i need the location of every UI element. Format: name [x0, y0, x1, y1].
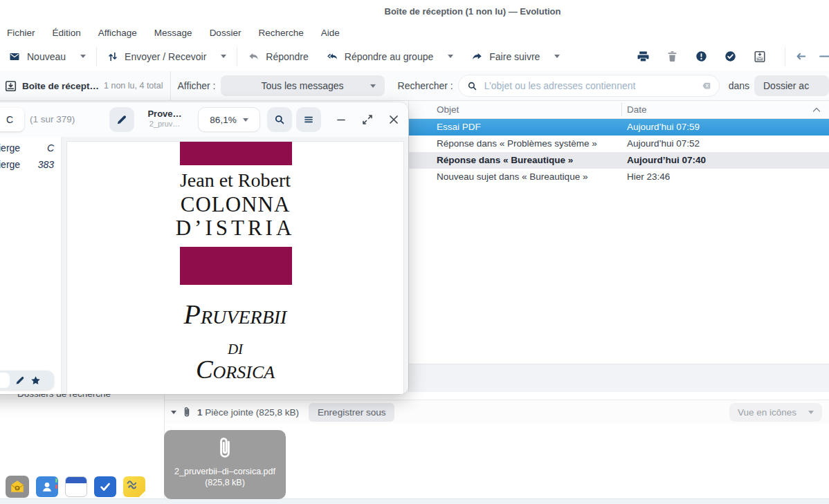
- status-strip: [0, 498, 829, 504]
- message-row[interactable]: Nouveau sujet dans « Bureautique » Hier …: [409, 169, 829, 185]
- search-icon: [467, 81, 477, 91]
- current-folder-name[interactable]: Boîte de récept…: [22, 81, 99, 91]
- search-scope-dropdown[interactable]: Dossier ac: [754, 75, 829, 96]
- junk-icon[interactable]: [695, 50, 707, 62]
- message-filter-dropdown[interactable]: Tous les messages: [221, 75, 385, 96]
- paperclip-icon: [183, 407, 191, 418]
- hamburger-icon: [303, 114, 314, 125]
- message-date: Aujourd’hui 07:40: [621, 152, 829, 169]
- reply-button[interactable]: Répondre: [248, 51, 309, 62]
- clear-search-icon[interactable]: [701, 81, 712, 91]
- send-receive-label: Envoyer / Recevoir: [125, 51, 206, 62]
- minimize-button[interactable]: [336, 114, 347, 125]
- menu-item-aide[interactable]: Aide: [321, 28, 340, 38]
- switcher-tasks-button[interactable]: [94, 476, 116, 497]
- page-number-entry[interactable]: C: [0, 108, 24, 131]
- document-title: Prove…: [136, 109, 194, 119]
- forward-caret-icon[interactable]: [554, 55, 560, 58]
- outline-row[interactable]: ierge C: [0, 140, 61, 156]
- save-as-button[interactable]: Enregistrer sous: [309, 403, 394, 422]
- switcher-memos-button[interactable]: [123, 476, 145, 497]
- reply-group-caret-icon[interactable]: [448, 55, 453, 58]
- attachment-tile[interactable]: 2_pruverbii–di–corsica.pdf (825,8 kB): [164, 430, 286, 499]
- window-title: Boîte de réception (1 non lu) — Evolutio…: [385, 6, 561, 17]
- reply-label: Répondre: [266, 51, 309, 62]
- document-filename: 2_pruv…: [136, 120, 194, 128]
- memo-fold: [139, 491, 145, 497]
- new-message-button[interactable]: Nouveau: [8, 51, 86, 62]
- reply-group-label: Répondre au groupe: [345, 51, 433, 62]
- message-date: Aujourd’hui 07:59: [621, 119, 829, 136]
- move-to-folder-icon[interactable]: [754, 50, 766, 63]
- column-header-date[interactable]: Date: [621, 101, 829, 118]
- reply-all-arrow-icon: [327, 51, 338, 62]
- maximize-button[interactable]: [362, 114, 373, 125]
- not-junk-icon[interactable]: [725, 50, 736, 62]
- arrows-up-down-icon: [107, 51, 118, 62]
- menu-item-edition[interactable]: Édition: [53, 28, 81, 38]
- message-row[interactable]: Réponse dans « Problèmes système » Aujou…: [409, 136, 829, 152]
- paperclip-icon: [216, 436, 234, 462]
- filter-caret-icon: [370, 84, 376, 88]
- outline-row[interactable]: ierge 383: [0, 156, 61, 173]
- annotations-pencil-icon[interactable]: [15, 375, 25, 385]
- switcher-contacts-button[interactable]: [36, 476, 58, 497]
- switcher-mail-button[interactable]: [6, 476, 29, 498]
- column-header-subject[interactable]: Objet: [409, 101, 621, 118]
- close-button[interactable]: [388, 114, 399, 125]
- switcher-calendar-button[interactable]: [65, 476, 87, 497]
- pdf-viewer-body: ierge C ierge 383: [0, 137, 408, 394]
- search-field[interactable]: [458, 75, 720, 97]
- attachment-label: Pièce jointe (825,8 kB): [205, 407, 299, 418]
- main-menu-button[interactable]: [296, 107, 321, 132]
- message-date: Hier 23:46: [621, 169, 829, 185]
- preview-pane-divider[interactable]: [409, 364, 829, 392]
- view-mode-label: Vue en icônes: [738, 407, 796, 418]
- message-row[interactable]: Essai PDF Aujourd’hui 07:59: [409, 119, 829, 136]
- attachment-file-name: 2_pruverbii–di–corsica.pdf: [164, 467, 286, 476]
- zoom-level-dropdown[interactable]: 86,1%: [198, 107, 260, 132]
- page-entry-value: C: [6, 114, 13, 125]
- toolbar-separator: [237, 47, 237, 66]
- search-input[interactable]: [483, 80, 701, 92]
- pdf-page: Jean et Robert COLONNA D’ISTRIA Pruverbi…: [67, 142, 403, 394]
- outline-page: C: [47, 140, 54, 156]
- menu-item-dossier[interactable]: Dossier: [210, 28, 242, 38]
- scope-label: dans: [729, 80, 749, 91]
- pdf-content-area[interactable]: Jean et Robert COLONNA D’ISTRIA Pruverbi…: [62, 137, 408, 394]
- forward-label: Faire suivre: [489, 51, 540, 62]
- reply-group-button[interactable]: Répondre au groupe: [327, 51, 453, 62]
- menu-item-recherche[interactable]: Recherche: [258, 28, 303, 38]
- page-count-label: (1 sur 379): [30, 102, 75, 137]
- attachment-summary: 1 Pièce jointe (825,8 kB): [197, 407, 299, 418]
- bookmarks-star-icon[interactable]: [30, 375, 41, 386]
- send-receive-button[interactable]: Envoyer / Recevoir: [107, 51, 226, 62]
- reply-arrow-icon: [248, 51, 259, 62]
- previous-message-icon[interactable]: [795, 50, 807, 62]
- message-row[interactable]: Réponse dans « Bureautique » Aujourd’hui…: [409, 152, 829, 169]
- print-icon[interactable]: [637, 50, 649, 62]
- mail-icon: [10, 480, 25, 494]
- view-mode-dropdown[interactable]: Vue en icônes: [729, 403, 822, 422]
- sidebar-mode-active-segment[interactable]: [0, 373, 10, 388]
- search-label: Rechercher :: [398, 80, 453, 91]
- attachment-expander-icon[interactable]: [171, 411, 176, 414]
- message-subject: Réponse dans « Problèmes système »: [409, 136, 621, 152]
- find-in-document-button[interactable]: [267, 107, 292, 132]
- send-receive-caret-icon[interactable]: [221, 55, 226, 58]
- cover-band-top: [180, 142, 292, 165]
- sidebar-mode-toolbar: [0, 371, 54, 390]
- tasks-check-icon: [98, 480, 112, 493]
- next-message-icon[interactable]: [819, 50, 829, 62]
- menu-item-message[interactable]: Message: [154, 28, 192, 38]
- annotate-button[interactable]: [109, 107, 134, 132]
- new-message-caret-icon[interactable]: [80, 55, 86, 58]
- sort-ascending-icon[interactable]: [812, 106, 821, 113]
- cover-author-line2: COLONNA: [67, 193, 403, 216]
- menu-item-fichier[interactable]: Fichier: [7, 28, 35, 38]
- trash-icon[interactable]: [666, 50, 678, 62]
- column-divider[interactable]: [621, 103, 622, 116]
- pdf-viewer-headerbar: C (1 sur 379) Prove… 2_pruv… 86,1%: [0, 102, 408, 137]
- menu-item-affichage[interactable]: Affichage: [98, 28, 137, 38]
- forward-button[interactable]: Faire suivre: [471, 51, 560, 62]
